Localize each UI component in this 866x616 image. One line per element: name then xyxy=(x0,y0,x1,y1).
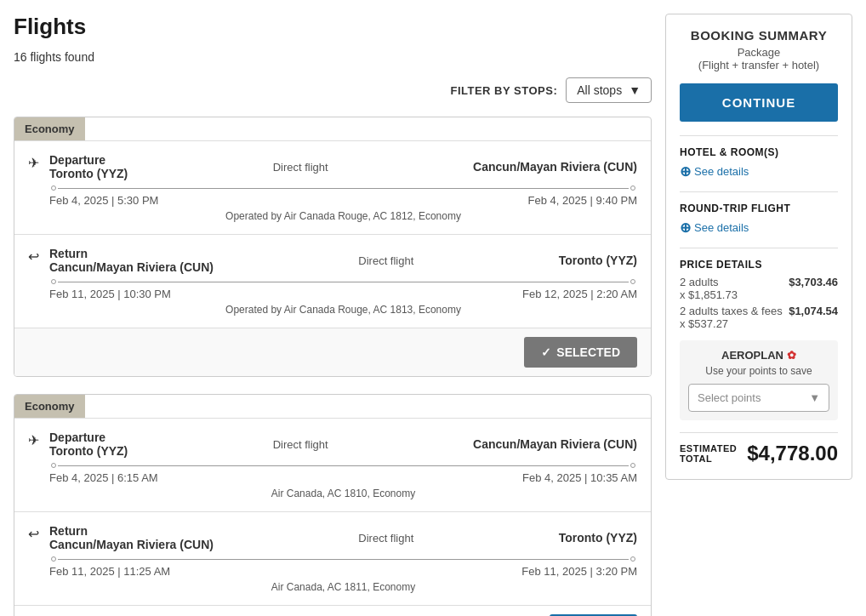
flight-group-1: Economy ✈ Departure Toronto (YYZ) Direct… xyxy=(14,117,652,377)
operated-by-1: Operated by Air Canada Rouge, AC 1812, E… xyxy=(49,210,637,222)
flight-group-2: Economy ✈ Departure Toronto (YYZ) Direct… xyxy=(14,394,652,616)
return-dest-time-1: Feb 12, 2025 | 2:20 AM xyxy=(522,288,637,300)
plus-icon-hotel: ⊕ xyxy=(680,163,691,180)
chevron-down-icon: ▼ xyxy=(629,83,641,97)
selected-bar-1: ✓ SELECTED xyxy=(14,328,651,376)
price-row-taxes: 2 adults taxes & fees x $537.27 $1,074.5… xyxy=(680,305,838,330)
estimated-total: ESTIMATED TOTAL $4,778.00 xyxy=(680,432,838,465)
times-row-1: Feb 4, 2025 | 5:30 PM Feb 4, 2025 | 9:40… xyxy=(49,194,637,207)
taxes-price: $1,074.54 xyxy=(789,305,838,330)
filter-bar: FILTER BY STOPS: All stops ▼ xyxy=(14,77,652,103)
return-origin-time-1: Feb 11, 2025 | 10:30 PM xyxy=(49,288,171,300)
flight-section-title: ROUND-TRIP FLIGHT xyxy=(680,191,838,214)
origin-2: Toronto (YYZ) xyxy=(49,444,128,458)
return-direction-2: Return xyxy=(49,524,214,538)
points-select[interactable]: Select points ▼ xyxy=(688,384,829,412)
departure-row-2: ✈ Departure Toronto (YYZ) Direct flight … xyxy=(14,418,651,511)
flights-count: 16 flights found xyxy=(14,50,652,64)
return-destination-2: Toronto (YYZ) xyxy=(559,531,637,545)
destination-time-1: Feb 4, 2025 | 9:40 PM xyxy=(528,194,637,207)
return-operated-1: Operated by Air Canada Rouge, AC 1813, E… xyxy=(49,304,637,316)
total-value: $4,778.00 xyxy=(747,442,838,465)
return-row-1: ↩ Return Cancun/Mayan Riviera (CUN) Dire… xyxy=(14,234,651,328)
return-flight-line-2 xyxy=(49,556,637,562)
return-origin-1: Cancun/Mayan Riviera (CUN) xyxy=(49,260,214,274)
aeroplan-subtitle: Use your points to save xyxy=(688,365,829,377)
origin-time-1: Feb 4, 2025 | 5:30 PM xyxy=(49,194,158,207)
return-operated-2: Air Canada, AC 1811, Economy xyxy=(49,581,637,593)
economy-label-2: Economy xyxy=(14,395,85,418)
booking-summary-title: BOOKING SUMMARY xyxy=(680,28,838,43)
plus-icon-flight: ⊕ xyxy=(680,220,691,236)
filter-label: FILTER BY STOPS: xyxy=(450,84,557,97)
return-times-2: Feb 11, 2025 | 11:25 AM Feb 11, 2025 | 3… xyxy=(49,565,637,578)
return-origin-time-2: Feb 11, 2025 | 11:25 AM xyxy=(49,565,170,578)
taxes-label: 2 adults taxes & fees x $537.27 xyxy=(680,305,783,330)
stops-filter[interactable]: All stops ▼ xyxy=(566,77,652,103)
return-direction-1: Return xyxy=(49,247,214,260)
return-flight-line-1 xyxy=(49,279,637,284)
aeroplan-title: AEROPLAN ✿ xyxy=(688,349,829,362)
continue-button[interactable]: CONTINUE xyxy=(680,83,838,122)
adults-label: 2 adults x $1,851.73 xyxy=(680,276,738,301)
hotel-see-details-link[interactable]: ⊕ See details xyxy=(680,163,838,180)
aeroplan-logo-icon: ✿ xyxy=(787,349,796,362)
package-label: Package (Flight + transfer + hotel) xyxy=(680,46,838,71)
select-bar-2: SELECT xyxy=(14,605,651,616)
filter-value: All stops xyxy=(577,83,622,97)
chevron-down-icon-points: ▼ xyxy=(809,391,820,404)
page-title: Flights xyxy=(14,14,652,40)
sidebar: BOOKING SUMMARY Package (Flight + transf… xyxy=(665,14,852,616)
price-section-title: PRICE DETAILS xyxy=(680,248,838,271)
hotel-section-title: HOTEL & ROOM(S) xyxy=(680,135,838,158)
direct-label-1: Direct flight xyxy=(128,161,473,174)
direct-label-2: Direct flight xyxy=(128,438,473,451)
price-row-adults: 2 adults x $1,851.73 $3,703.46 xyxy=(680,276,838,301)
booking-summary: BOOKING SUMMARY Package (Flight + transf… xyxy=(665,14,852,480)
departure-row-1: ✈ Departure Toronto (YYZ) Direct flight … xyxy=(14,140,651,234)
return-row-2: ↩ Return Cancun/Mayan Riviera (CUN) Dire… xyxy=(14,511,651,605)
checkmark-icon: ✓ xyxy=(541,345,551,359)
origin-1: Toronto (YYZ) xyxy=(49,167,128,180)
return-direct-2: Direct flight xyxy=(214,532,559,545)
return-dest-time-2: Feb 11, 2025 | 3:20 PM xyxy=(521,565,637,578)
return-origin-2: Cancun/Mayan Riviera (CUN) xyxy=(49,538,214,551)
economy-label-1: Economy xyxy=(14,117,85,140)
adults-price: $3,703.46 xyxy=(789,276,838,301)
return-destination-1: Toronto (YYZ) xyxy=(559,254,637,267)
flight-see-details-link[interactable]: ⊕ See details xyxy=(680,220,838,236)
destination-2: Cancun/Mayan Riviera (CUN) xyxy=(473,437,637,451)
return-icon: ↩ xyxy=(28,248,39,265)
destination-1: Cancun/Mayan Riviera (CUN) xyxy=(473,160,637,174)
departure-direction-1: Departure xyxy=(49,153,128,167)
aeroplan-section: AEROPLAN ✿ Use your points to save Selec… xyxy=(680,340,838,420)
main-content: Flights 16 flights found FILTER BY STOPS… xyxy=(14,14,652,616)
dest-time-2: Feb 4, 2025 | 10:35 AM xyxy=(522,471,637,484)
return-direct-1: Direct flight xyxy=(214,254,559,267)
departure-icon-2: ✈ xyxy=(28,432,39,448)
departure-icon: ✈ xyxy=(28,155,39,171)
origin-time-2: Feb 4, 2025 | 6:15 AM xyxy=(49,471,158,484)
points-placeholder: Select points xyxy=(698,391,761,404)
operated-by-2: Air Canada, AC 1810, Economy xyxy=(49,488,637,499)
return-icon-2: ↩ xyxy=(28,526,39,542)
total-label: ESTIMATED TOTAL xyxy=(680,443,747,464)
selected-button[interactable]: ✓ SELECTED xyxy=(524,337,637,368)
return-times-1: Feb 11, 2025 | 10:30 PM Feb 12, 2025 | 2… xyxy=(49,288,637,300)
flight-line-2 xyxy=(49,463,637,468)
departure-direction-2: Departure xyxy=(49,431,128,444)
times-row-2: Feb 4, 2025 | 6:15 AM Feb 4, 2025 | 10:3… xyxy=(49,471,637,484)
flight-line-1 xyxy=(49,185,637,191)
